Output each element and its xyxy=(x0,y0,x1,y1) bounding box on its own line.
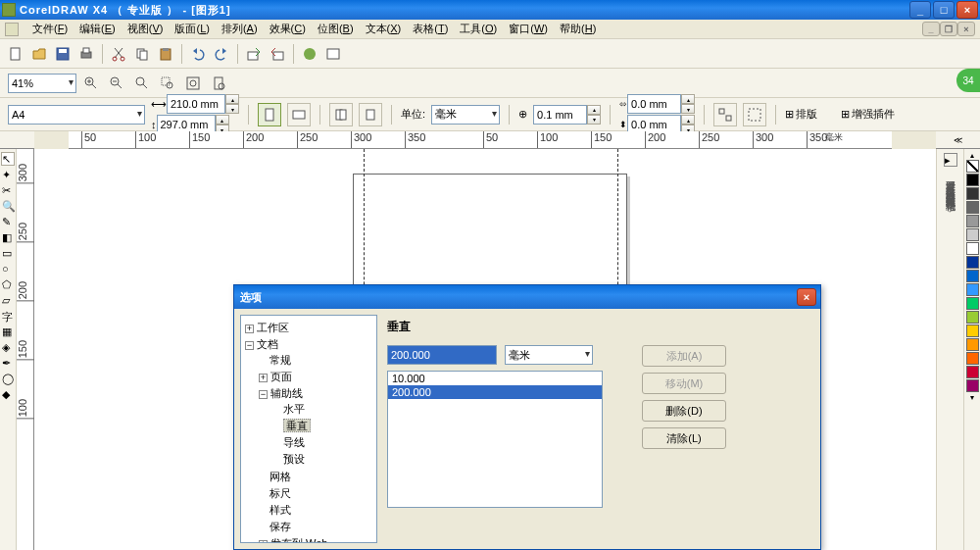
export-button[interactable] xyxy=(267,43,288,65)
flyout-arrow-icon[interactable]: ≪ xyxy=(954,135,962,145)
tree-collapse-icon[interactable]: − xyxy=(245,341,254,350)
color-swatch[interactable] xyxy=(966,352,979,365)
welcome-button[interactable] xyxy=(322,43,344,65)
landscape-button[interactable] xyxy=(287,103,311,126)
portrait-button[interactable] xyxy=(258,103,281,126)
color-swatch[interactable] xyxy=(966,366,979,378)
color-swatch[interactable] xyxy=(966,242,979,255)
zoom-in-button[interactable] xyxy=(80,73,102,94)
guide-list[interactable]: 10.000200.000 xyxy=(387,371,603,508)
tree-guides-d[interactable]: 导线 xyxy=(283,436,305,448)
tree-ruler[interactable]: 标尺 xyxy=(270,487,291,499)
color-swatch[interactable] xyxy=(966,187,979,200)
menu-l[interactable]: 版面(L) xyxy=(169,21,215,36)
guide-list-item[interactable]: 10.000 xyxy=(388,372,602,385)
tree-web[interactable]: 发布到 Web xyxy=(270,537,327,543)
palette-up-icon[interactable]: ▴ xyxy=(970,151,974,160)
smart-fill-tool[interactable]: ◧ xyxy=(1,230,15,244)
height-spin-up[interactable]: ▴ xyxy=(216,115,229,125)
interactive-tool[interactable]: ◈ xyxy=(1,340,15,354)
vertical-ruler[interactable]: 300250200150100 xyxy=(17,149,34,550)
dup-x-input[interactable] xyxy=(627,94,681,114)
clear-button[interactable]: 清除(L) xyxy=(642,427,726,449)
snap-button[interactable] xyxy=(743,103,766,126)
menu-o[interactable]: 工具(O) xyxy=(454,21,503,36)
menu-c[interactable]: 效果(C) xyxy=(264,21,312,36)
options-tree[interactable]: +工作区 −文档 常规 +页面 −辅助线 水平 垂直 导线 预设 xyxy=(240,315,377,543)
tree-expand-icon[interactable]: + xyxy=(245,325,254,333)
tree-vertical[interactable]: 垂直 xyxy=(283,419,311,432)
color-swatch[interactable] xyxy=(966,201,979,214)
palette-down-icon[interactable]: ▾ xyxy=(970,393,974,402)
layout-button[interactable]: ⊞排版 xyxy=(785,107,817,122)
close-button[interactable]: × xyxy=(956,1,978,19)
app-launcher-button[interactable] xyxy=(299,43,320,65)
freehand-tool[interactable]: ✎ xyxy=(1,215,15,228)
dialog-titlebar[interactable]: 选项 × xyxy=(234,285,820,309)
horizontal-ruler[interactable]: 毫米 5010015020025030035050100150200250300… xyxy=(69,131,892,149)
doc-minimize-button[interactable]: _ xyxy=(922,22,940,36)
color-swatch[interactable] xyxy=(966,297,979,310)
color-swatch[interactable] xyxy=(966,311,979,324)
tree-style[interactable]: 样式 xyxy=(270,504,291,516)
zoom-select[interactable] xyxy=(8,74,76,93)
guide-list-item[interactable]: 200.000 xyxy=(388,385,602,399)
dialog-close-button[interactable]: × xyxy=(797,288,816,306)
doc-restore-button[interactable]: ❐ xyxy=(940,22,957,36)
zoom-tool[interactable]: 🔍 xyxy=(1,199,15,213)
color-swatch[interactable] xyxy=(966,379,979,392)
minimize-button[interactable]: _ xyxy=(909,1,931,19)
redo-button[interactable] xyxy=(211,43,232,65)
plugin-button[interactable]: ⊞增强插件 xyxy=(841,107,895,122)
rectangle-tool[interactable]: ▭ xyxy=(1,246,15,260)
tree-guides[interactable]: 辅助线 xyxy=(270,387,303,399)
tree-page[interactable]: 页面 xyxy=(270,371,292,382)
unit-select[interactable] xyxy=(431,105,500,125)
zoom-selection-button[interactable] xyxy=(157,73,178,94)
width-spin-down[interactable]: ▾ xyxy=(225,104,239,114)
width-spin-up[interactable]: ▴ xyxy=(225,94,239,104)
menu-t[interactable]: 表格(T) xyxy=(407,21,454,36)
treat-objects-button[interactable] xyxy=(713,103,737,126)
open-button[interactable] xyxy=(28,43,50,65)
docker-toggle-icon[interactable]: ▸ xyxy=(944,153,957,167)
color-swatch[interactable] xyxy=(966,174,979,186)
no-color-swatch[interactable] xyxy=(966,160,979,173)
eyedropper-tool[interactable]: ✒ xyxy=(1,356,15,370)
print-button[interactable] xyxy=(75,43,97,65)
tree-general[interactable]: 常规 xyxy=(270,354,291,366)
import-button[interactable] xyxy=(243,43,265,65)
nudge-spin-down[interactable]: ▾ xyxy=(587,115,601,125)
guide-value-input[interactable] xyxy=(387,345,497,365)
menu-e[interactable]: 编辑(E) xyxy=(74,21,122,36)
menu-x[interactable]: 文本(X) xyxy=(360,21,408,36)
table-tool[interactable]: ▦ xyxy=(1,325,15,338)
cut-button[interactable] xyxy=(108,43,129,65)
tree-workspace[interactable]: 工作区 xyxy=(257,322,289,333)
tree-horizontal[interactable]: 水平 xyxy=(283,403,305,415)
fill-tool[interactable]: ◆ xyxy=(1,387,15,401)
menu-f[interactable]: 文件(F) xyxy=(26,21,74,36)
doc-close-button[interactable]: × xyxy=(957,22,975,36)
polygon-tool[interactable]: ⬠ xyxy=(1,277,15,291)
tree-presets[interactable]: 预设 xyxy=(283,453,305,465)
pages-button-1[interactable] xyxy=(329,103,353,126)
notification-badge[interactable]: 34 xyxy=(956,69,980,92)
color-swatch[interactable] xyxy=(966,270,979,282)
menu-b[interactable]: 位图(B) xyxy=(312,21,360,36)
color-swatch[interactable] xyxy=(966,215,979,227)
tree-document[interactable]: 文档 xyxy=(257,338,278,350)
menu-v[interactable]: 视图(V) xyxy=(122,21,170,36)
crop-tool[interactable]: ✂ xyxy=(1,183,15,197)
color-swatch[interactable] xyxy=(966,338,979,351)
zoom-fit-button[interactable] xyxy=(182,73,204,94)
menu-a[interactable]: 排列(A) xyxy=(216,21,264,36)
zoom-out-button[interactable] xyxy=(106,73,127,94)
tree-grid[interactable]: 网格 xyxy=(270,471,291,482)
paste-button[interactable] xyxy=(155,43,176,65)
color-swatch[interactable] xyxy=(966,283,979,296)
nudge-spin-up[interactable]: ▴ xyxy=(587,105,601,115)
color-swatch[interactable] xyxy=(966,228,979,241)
nudge-input[interactable] xyxy=(533,105,587,125)
copy-button[interactable] xyxy=(131,43,153,65)
